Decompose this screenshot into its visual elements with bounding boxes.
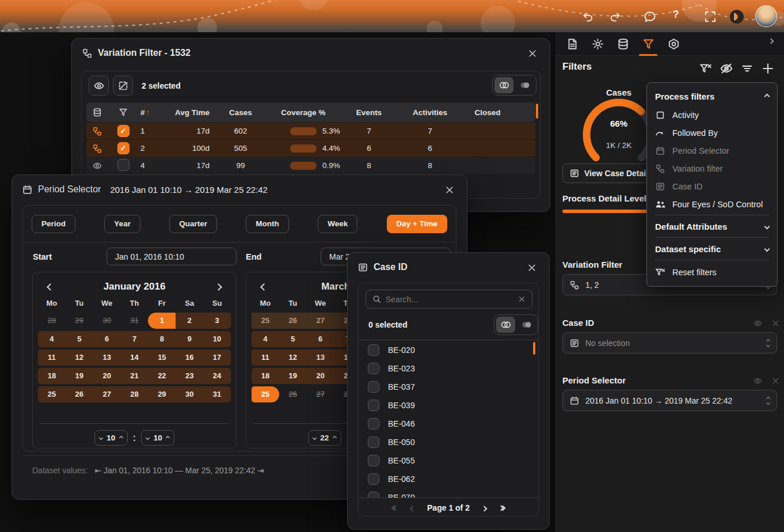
case-list-item[interactable]: BE-055 [359,451,538,470]
eye-icon[interactable] [753,319,762,328]
day-cell[interactable]: 5 [279,331,307,347]
case-list-item[interactable]: BE-050 [359,433,538,451]
day-cell[interactable]: 20 [93,368,121,384]
row-checkbox[interactable] [117,125,130,137]
include-toggle-button[interactable] [494,77,513,93]
day-cell[interactable]: 2 [176,313,203,329]
list-scrollbar[interactable] [533,342,535,355]
day-cell[interactable]: 18 [38,368,66,384]
mode-quarter-button[interactable]: Quarter [169,215,217,233]
tab-filters[interactable] [635,32,661,56]
day-cell[interactable]: 5 [66,331,93,347]
menu-item-variation-filter[interactable]: Variation filter [647,159,777,177]
day-cell[interactable]: 6 [93,331,121,347]
help-icon[interactable]: ? [669,9,682,21]
case-checkbox[interactable] [368,492,379,497]
case-id-select[interactable]: No selection [562,332,777,354]
day-cell[interactable]: 11 [252,349,279,366]
day-cell[interactable]: 21 [121,368,149,384]
eye-off-icon[interactable] [720,62,733,75]
day-cell[interactable]: 16 [176,349,203,366]
day-cell[interactable]: 28 [121,386,149,402]
day-cell[interactable]: 4 [252,331,279,347]
hour-stepper[interactable]: 10 [94,430,128,446]
case-checkbox[interactable] [368,455,379,466]
column-events[interactable]: Events [341,108,397,117]
menu-item-reset-filters[interactable]: Reset filters [647,262,777,283]
day-cell[interactable]: 30 [93,313,121,329]
day-cell[interactable]: 12 [279,349,307,366]
close-icon[interactable] [445,185,454,195]
show-variations-button[interactable] [89,75,109,96]
day-cell[interactable]: 6 [307,331,334,347]
case-list-item[interactable]: BE-023 [359,359,538,378]
chevron-right-icon[interactable] [768,39,774,44]
start-date-input[interactable]: Jan 01, 2016 10:10 [106,248,237,265]
day-cell[interactable]: 28 [38,313,66,329]
menu-item-followed-by[interactable]: Followed By [647,124,777,142]
day-cell[interactable]: 24 [203,368,231,384]
day-cell[interactable]: 19 [66,368,93,384]
day-cell[interactable]: 3 [203,313,231,329]
brand-badge-icon[interactable] [729,9,744,24]
case-checkbox[interactable] [368,344,379,356]
search-input[interactable] [386,295,513,304]
include-toggle-button[interactable] [496,317,515,333]
minute-stepper[interactable]: 10 [141,430,174,446]
tab-model[interactable] [661,32,686,56]
row-checkbox[interactable] [117,142,130,154]
day-cell[interactable]: 19 [279,368,307,384]
menu-group-default-attributes[interactable]: Default Attributes [647,217,777,235]
day-cell[interactable]: 9 [176,331,203,347]
day-cell[interactable]: 25 [252,386,279,402]
column-num[interactable]: #↑ [138,108,162,117]
prev-month-button[interactable] [48,282,53,292]
day-cell[interactable]: 25 [252,313,279,329]
previous-page-button[interactable] [410,503,414,513]
menu-item-period-selector[interactable]: Period Selector [647,142,777,159]
undo-icon[interactable] [581,10,594,23]
column-avg-time[interactable]: Avg Time [162,108,215,117]
day-cell[interactable]: 17 [203,349,231,366]
chat-icon[interactable] [644,10,656,23]
day-cell[interactable]: 7 [121,331,149,347]
day-cell[interactable]: 26 [279,313,307,329]
mode-year-button[interactable]: Year [104,215,140,233]
case-checkbox[interactable] [368,418,379,430]
row-checkbox[interactable] [117,159,130,171]
day-cell[interactable]: 26 [66,386,93,402]
day-cell[interactable]: 15 [148,349,176,366]
remove-filter-icon[interactable] [771,319,780,328]
exclude-toggle-button[interactable] [515,77,534,93]
day-cell[interactable]: 27 [307,313,334,329]
redo-icon[interactable] [609,10,622,23]
menu-group-dataset-specific[interactable]: Dataset specific [647,240,777,258]
day-cell[interactable]: 27 [307,386,334,402]
day-cell[interactable]: 10 [203,331,231,347]
day-cell[interactable]: 27 [93,386,121,402]
day-cell[interactable]: 26 [279,386,307,402]
next-month-button[interactable] [216,282,221,292]
first-page-button[interactable] [392,506,398,510]
last-page-button[interactable] [499,506,505,510]
day-cell[interactable]: 14 [121,349,149,366]
day-cell[interactable]: 30 [176,386,203,402]
variation-row[interactable]: 2100d5054.4%66 [86,140,535,157]
day-cell[interactable]: 18 [252,368,279,384]
case-checkbox[interactable] [368,363,379,374]
day-cell[interactable]: 12 [66,349,93,366]
menu-item-four-eyes-sod-control[interactable]: Four Eyes / SoD Control [647,195,777,213]
day-cell[interactable]: 13 [93,349,121,366]
remove-filter-icon[interactable] [771,377,780,385]
day-cell[interactable]: 1 [148,313,176,329]
next-page-button[interactable] [482,503,486,513]
case-list-item[interactable]: BE-039 [359,396,538,415]
clear-filters-icon[interactable] [699,62,712,75]
add-filter-icon[interactable] [762,62,774,75]
case-checkbox[interactable] [368,381,379,393]
day-cell[interactable]: 11 [38,349,66,366]
column-cases[interactable]: Cases [215,108,266,117]
variation-row[interactable]: 117d6025.3%77 [86,123,535,139]
eye-icon[interactable] [753,377,762,385]
mode-week-button[interactable]: Week [318,215,357,233]
